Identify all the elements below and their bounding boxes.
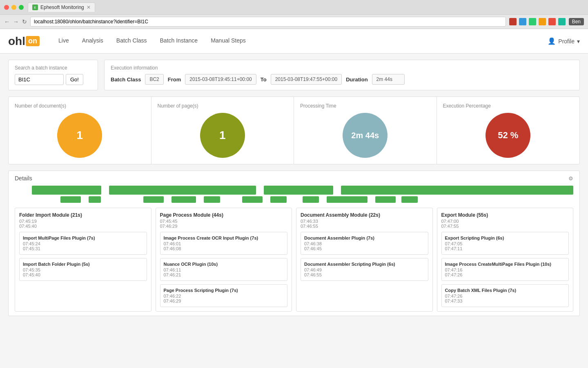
- browser-ext-icon-1[interactable]: [509, 18, 517, 25]
- from-label: From: [168, 76, 181, 83]
- module-page-process-title: Page Process Module (44s): [160, 212, 288, 218]
- timeline-gap-r2-1: [15, 195, 60, 204]
- close-dot[interactable]: [4, 5, 9, 10]
- timeline-bar2-8: [303, 196, 319, 203]
- nav-batch-instance[interactable]: Batch Instance: [154, 29, 205, 54]
- plugin-document-assembler: Document Assembler Plugin (7s) 07:46:38 …: [301, 232, 428, 255]
- metric-execution-percentage-value: 52 %: [498, 130, 518, 141]
- timeline-bar2-1: [60, 196, 81, 203]
- plugin-image-process-ocr: Image Process Create OCR Input Plugin (7…: [160, 232, 288, 255]
- plugin-import-batch-folder-title: Import Batch Folder Plugin (5s): [23, 262, 143, 267]
- nav-analysis[interactable]: Analysis: [76, 29, 110, 54]
- logo-ohl: ohl: [8, 35, 25, 48]
- timeline-bar2-4: [172, 196, 196, 203]
- timeline-bar-3: [264, 186, 333, 195]
- nav-live[interactable]: Live: [52, 29, 76, 54]
- timeline-bar-4: [341, 186, 573, 195]
- plugin-import-multipage-title: Import MultiPage Files Plugin (7s): [23, 236, 143, 240]
- metric-pages-circle: 1: [200, 113, 245, 158]
- browser-ext-icon-6[interactable]: [558, 18, 566, 25]
- browser-forward-button[interactable]: →: [13, 18, 19, 25]
- timeline-gap-r2-8: [287, 195, 302, 204]
- duration-value: 2m 44s: [372, 74, 405, 85]
- navbar-nav: Live Analysis Batch Class Batch Instance…: [52, 29, 548, 54]
- timeline-gap-3: [257, 186, 263, 195]
- plugin-document-assembler-scripting-end: 07:46:55: [304, 272, 425, 277]
- timeline-row-2: [15, 196, 573, 203]
- plugin-image-process-ocr-title: Image Process Create OCR Input Plugin (7…: [164, 236, 284, 240]
- plugin-import-multipage-end: 07:45:31: [23, 246, 143, 251]
- maximize-dot[interactable]: [19, 5, 24, 10]
- browser-user-label: Ben: [569, 18, 584, 25]
- tab-title: Ephesoft Monitoring: [40, 4, 84, 10]
- metric-documents-circle: 1: [57, 113, 102, 158]
- plugin-import-multipage-start: 07:45:24: [23, 241, 143, 246]
- timeline-gap-4: [334, 186, 340, 195]
- profile-menu[interactable]: 👤 Profile ▾: [548, 37, 580, 45]
- minimize-dot[interactable]: [11, 5, 16, 10]
- timeline-gap-r2-6: [221, 195, 241, 204]
- timeline-gap-r2-2: [82, 195, 88, 204]
- timeline-bar2-5: [204, 196, 220, 203]
- plugin-image-process-ocr-end: 07:46:08: [164, 246, 284, 251]
- execution-panel: Execution information Batch Class BC2 Fr…: [104, 60, 580, 90]
- module-document-assembly: Document Assembly Module (22s) 07:46:33 …: [296, 208, 433, 312]
- plugin-document-assembler-end: 07:46:45: [304, 246, 425, 251]
- metric-processing-time-circle: 2m 44s: [343, 113, 388, 158]
- timeline-gap-1: [15, 186, 31, 195]
- metric-documents-title: Number of document(s): [15, 103, 145, 109]
- module-folder-import-start: 07:45:19: [19, 219, 147, 224]
- plugin-page-process-scripting-title: Page Process Scripting Plugin (7s): [164, 288, 284, 293]
- nav-batch-class[interactable]: Batch Class: [110, 29, 154, 54]
- search-input[interactable]: [15, 74, 64, 85]
- module-export-end: 07:47:55: [441, 224, 569, 229]
- search-row: Go!: [15, 74, 91, 85]
- address-bar[interactable]: [30, 17, 506, 27]
- plugin-copy-batch-xml-end: 07:47:33: [445, 298, 566, 303]
- plugin-nuance-ocr: Nuance OCR Plugin (10s) 07:46:11 07:46:2…: [160, 258, 288, 281]
- plugin-nuance-ocr-end: 07:46:21: [164, 272, 284, 277]
- plugin-copy-batch-xml-start: 07:47:26: [445, 294, 566, 298]
- timeline-gap-r2-10: [368, 195, 374, 204]
- tab-close-button[interactable]: ✕: [87, 4, 91, 10]
- timeline-bar2-2: [89, 196, 101, 203]
- timeline-bar2-9: [327, 196, 368, 203]
- browser-tab[interactable]: E Ephesoft Monitoring ✕: [28, 2, 95, 12]
- plugin-document-assembler-scripting-start: 07:46:49: [304, 267, 425, 272]
- timeline-bar2-6: [242, 196, 263, 203]
- modules-grid: Folder Import Module (21s) 07:45:19 07:4…: [15, 208, 573, 312]
- browser-ext-icon-4[interactable]: [539, 18, 546, 25]
- nav-manual-steps[interactable]: Manual Steps: [204, 29, 252, 54]
- details-header: Details ⚙: [15, 175, 573, 182]
- plugin-image-process-multipage-title: Image Process CreateMultiPage Files Plug…: [445, 262, 566, 267]
- timeline-bar-1: [32, 186, 101, 195]
- browser-back-button[interactable]: ←: [4, 18, 10, 25]
- metric-execution-percentage-title: Execution Percentage: [443, 103, 574, 109]
- browser-titlebar: E Ephesoft Monitoring ✕: [0, 0, 588, 15]
- metric-processing-time: Processing Time 2m 44s: [294, 97, 437, 164]
- metric-pages-value: 1: [219, 129, 226, 142]
- module-export-title: Export Module (55s): [441, 212, 569, 218]
- plugin-document-assembler-start: 07:46:38: [304, 241, 425, 246]
- browser-icons: [509, 18, 566, 25]
- plugin-export-scripting-end: 07:47:11: [445, 246, 566, 251]
- profile-label: Profile: [558, 38, 575, 45]
- browser-ext-icon-3[interactable]: [529, 18, 536, 25]
- details-settings-icon[interactable]: ⚙: [568, 175, 573, 182]
- module-folder-import: Folder Import Module (21s) 07:45:19 07:4…: [15, 208, 151, 312]
- plugin-import-batch-folder-start: 07:45:35: [23, 267, 143, 272]
- profile-chevron-icon: ▾: [577, 38, 580, 45]
- metric-pages: Number of page(s) 1: [151, 97, 294, 164]
- details-title: Details: [15, 175, 32, 182]
- browser-reload-button[interactable]: ↻: [22, 18, 27, 25]
- browser-ext-icon-2[interactable]: [519, 18, 526, 25]
- browser-ext-icon-5[interactable]: [548, 18, 556, 25]
- search-label: Search a batch instance: [15, 65, 91, 71]
- metric-pages-title: Number of page(s): [158, 103, 288, 109]
- go-button[interactable]: Go!: [66, 74, 83, 85]
- module-document-assembly-start: 07:46:33: [301, 219, 428, 224]
- search-panel: Search a batch instance Go!: [8, 60, 98, 90]
- plugin-import-multipage: Import MultiPage Files Plugin (7s) 07:45…: [19, 232, 147, 255]
- plugin-page-process-scripting-start: 07:46:22: [164, 294, 284, 298]
- plugin-copy-batch-xml: Copy Batch XML Files Plugin (7s) 07:47:2…: [441, 284, 569, 307]
